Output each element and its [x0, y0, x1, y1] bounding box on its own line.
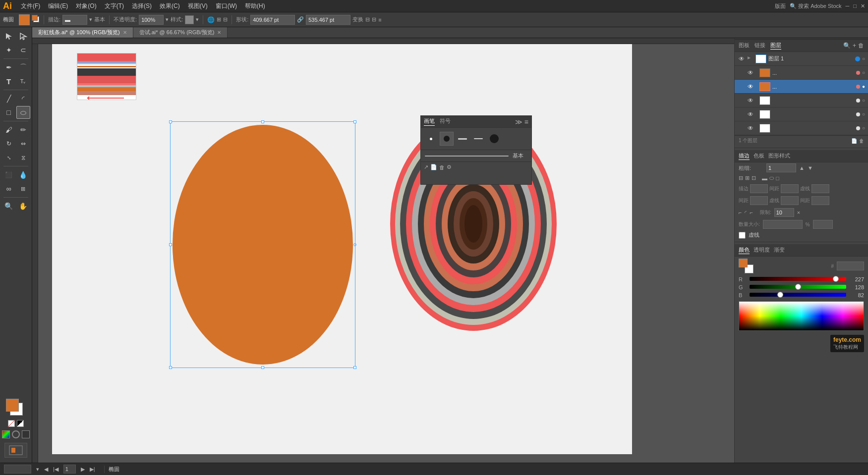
align-center-icon[interactable]: ⊟ [739, 175, 743, 181]
zoom-tool[interactable]: 🔍 [2, 200, 16, 212]
shape-w-input[interactable] [250, 15, 295, 25]
direct-selection-tool[interactable] [16, 30, 30, 43]
search-stock[interactable]: 🔍 搜索 Adobe Stock [790, 2, 842, 10]
layer-eye-4[interactable]: 👁 [747, 97, 754, 104]
gap-input-2[interactable] [750, 196, 768, 205]
menu-object[interactable]: 对象(O) [72, 1, 100, 11]
tab-gradient[interactable]: 渐变 [774, 246, 785, 254]
layer-lock-1[interactable]: ○ [862, 56, 865, 61]
fill-color-toolbar[interactable] [19, 14, 30, 25]
paintbrush-tool[interactable]: 🖌 [2, 123, 16, 136]
none-color[interactable]: ​ [8, 420, 15, 427]
shear-tool[interactable]: ⧖ [16, 151, 30, 164]
align-inner-icon[interactable]: ⊞ [745, 175, 750, 181]
pen-tool[interactable]: ✒ [2, 61, 16, 74]
arc-tool[interactable]: ◜ [16, 92, 30, 105]
brush-panel-menu[interactable]: ≡ [524, 118, 528, 126]
brush-dot-tiny[interactable] [424, 132, 438, 146]
fg-color-box[interactable] [6, 399, 19, 412]
menu-help[interactable]: 帮助(H) [241, 1, 269, 11]
color-swatches[interactable] [6, 399, 26, 419]
menu-file[interactable]: 文件(F) [17, 1, 44, 11]
brush-dot-small[interactable] [440, 132, 454, 146]
layer-target-4[interactable]: ○ [862, 98, 865, 103]
window-maximize[interactable]: □ [853, 3, 857, 9]
dash-input-3[interactable] [781, 196, 799, 205]
dash-input-1[interactable] [750, 184, 768, 193]
stroke-dropdown[interactable]: ▾ [89, 16, 92, 23]
line-tool[interactable]: ╱ [2, 92, 16, 105]
layer-target-3[interactable]: ● [862, 84, 865, 89]
cap-round-icon[interactable]: ⬭ [769, 175, 774, 181]
black-swatch[interactable] [22, 430, 30, 438]
tab-artboards[interactable]: 图板 [739, 42, 750, 50]
layer-item-4[interactable]: 👁 ○ [735, 94, 868, 107]
reflect-tool[interactable]: ⇔ [16, 137, 30, 150]
opacity-input[interactable] [139, 15, 164, 25]
zoom-input[interactable]: 100% [4, 465, 31, 474]
eyedropper-tool[interactable]: 💧 [16, 168, 30, 181]
brush-delete[interactable]: 🗑 [439, 164, 445, 170]
limit-input[interactable] [774, 208, 794, 217]
bw-color[interactable] [17, 420, 24, 427]
menu-text[interactable]: 文字(T) [101, 1, 128, 11]
layer-item-3[interactable]: 👁 ... ● [735, 80, 868, 94]
layer-eye-6[interactable]: 👁 [747, 125, 754, 132]
style-swatch[interactable] [185, 15, 194, 24]
canvas[interactable] [52, 43, 632, 454]
link-wh[interactable]: 🔗 [297, 16, 304, 23]
tab-opacity[interactable]: 透明度 [753, 246, 770, 254]
corner-round-icon[interactable]: ◜ [745, 210, 747, 216]
brush-dot-dash[interactable] [456, 132, 469, 146]
cap-square-icon[interactable]: □ [776, 175, 779, 181]
main-ellipse[interactable] [171, 122, 354, 367]
stroke-width-down[interactable]: ▼ [808, 165, 813, 171]
tab-2-close[interactable]: ✕ [217, 30, 221, 35]
artboard-control[interactable] [4, 443, 27, 458]
b-slider[interactable] [750, 293, 846, 298]
g-thumb[interactable] [795, 284, 801, 290]
first-page[interactable]: |◀ [53, 466, 58, 473]
tab-layers[interactable]: 图层 [770, 42, 781, 50]
align-btn-toolbar[interactable]: ⊟ [365, 16, 370, 23]
gap-input-3[interactable] [811, 196, 829, 205]
layer-target-5[interactable]: ○ [862, 111, 865, 117]
rect-tool[interactable]: □ [2, 106, 16, 119]
opacity-expand[interactable]: ▾ [166, 16, 169, 23]
tab-swatches[interactable]: 色板 [753, 152, 764, 160]
text-tool[interactable]: T [2, 75, 16, 88]
layer-target-6[interactable]: ○ [862, 125, 865, 131]
style-expand[interactable]: ▾ [196, 16, 199, 23]
transform-btn[interactable]: 变换 [352, 16, 363, 23]
layers-delete-icon[interactable]: 🗑 [858, 42, 864, 49]
tab-1[interactable]: 彩虹线条.ai* @ 100% (RGB/预览) ✕ [32, 27, 133, 38]
selection-tool[interactable] [2, 30, 16, 43]
layer-item-6[interactable]: 👁 ○ [735, 121, 868, 135]
stroke-width-input[interactable] [766, 163, 796, 172]
hand-tool[interactable]: ✋ [16, 200, 30, 212]
g-slider[interactable] [750, 285, 846, 290]
brush-libraries[interactable]: ↗ [424, 164, 428, 170]
pencil-tool[interactable]: ✏ [16, 123, 30, 136]
brush-tab[interactable]: 画笔 [424, 117, 435, 126]
magic-wand-tool[interactable]: ✦ [2, 44, 16, 56]
brush-dot-dash2[interactable] [471, 132, 485, 146]
artboard-tool[interactable]: ⊞ [16, 182, 30, 195]
color-spectrum[interactable] [739, 301, 864, 331]
menu-window[interactable]: 窗口(W) [212, 1, 241, 11]
gap-input-1[interactable] [781, 184, 799, 193]
blend-tool[interactable]: ∞ [2, 182, 16, 195]
layer-item-5[interactable]: 👁 ○ [735, 107, 868, 121]
more-options[interactable]: ≡ [378, 17, 381, 23]
quantity-input[interactable] [763, 220, 803, 229]
gradient-tool[interactable]: ⬛ [2, 168, 16, 181]
dash-input-2[interactable] [811, 184, 829, 193]
brush-panel-expand[interactable]: ≫ [515, 118, 522, 126]
layer-item-2[interactable]: 👁 ... ○ [735, 66, 868, 80]
r-slider[interactable] [750, 277, 846, 282]
menu-edit[interactable]: 编辑(E) [44, 1, 72, 11]
touch-type-tool[interactable]: Tᵥ [16, 75, 30, 88]
canvas-area[interactable] [32, 38, 734, 463]
window-close[interactable]: ✕ [861, 3, 865, 9]
tab-stroke[interactable]: 描边 [739, 152, 750, 160]
